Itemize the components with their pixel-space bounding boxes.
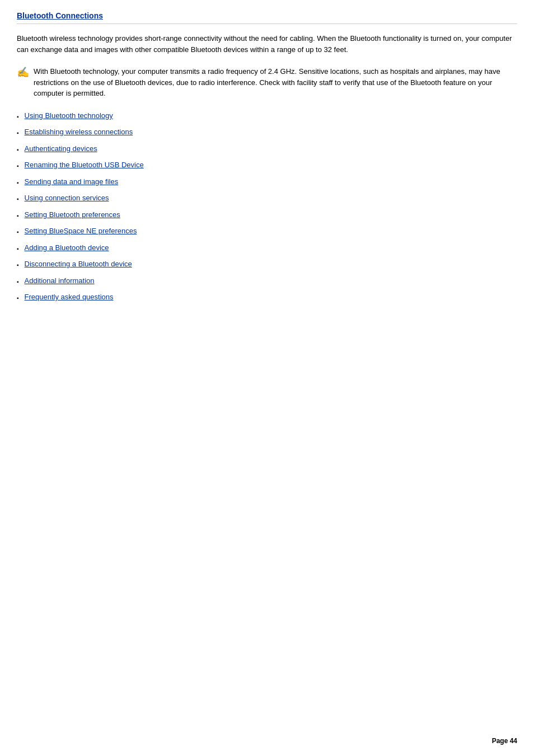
- bullet-icon: ▪: [17, 261, 19, 269]
- link-7[interactable]: Setting BlueSpace NE preferences: [25, 226, 137, 237]
- intro-paragraph: Bluetooth wireless technology provides s…: [17, 33, 517, 55]
- link-3[interactable]: Renaming the Bluetooth USB Device: [25, 159, 144, 171]
- list-item: ▪Authenticating devices: [17, 143, 517, 154]
- link-4[interactable]: Sending data and image files: [25, 176, 119, 187]
- link-list: ▪Using Bluetooth technology▪Establishing…: [17, 110, 517, 303]
- note-icon: ✍: [17, 65, 29, 80]
- bullet-icon: ▪: [17, 294, 19, 302]
- bullet-icon: ▪: [17, 245, 19, 253]
- list-item: ▪Using connection services: [17, 192, 517, 204]
- bullet-icon: ▪: [17, 162, 19, 170]
- bullet-icon: ▪: [17, 195, 19, 203]
- bullet-icon: ▪: [17, 228, 19, 236]
- link-11[interactable]: Frequently asked questions: [25, 292, 114, 303]
- list-item: ▪Using Bluetooth technology: [17, 110, 517, 121]
- page-number: Page 44: [492, 737, 517, 745]
- list-item: ▪Additional information: [17, 275, 517, 287]
- list-item: ▪Adding a Bluetooth device: [17, 242, 517, 253]
- bullet-icon: ▪: [17, 112, 19, 121]
- page-title: Bluetooth Connections: [17, 11, 517, 24]
- bullet-icon: ▪: [17, 278, 19, 286]
- bullet-icon: ▪: [17, 129, 19, 137]
- link-0[interactable]: Using Bluetooth technology: [25, 110, 113, 121]
- bullet-icon: ▪: [17, 145, 19, 154]
- link-5[interactable]: Using connection services: [25, 192, 109, 204]
- list-item: ▪Sending data and image files: [17, 176, 517, 187]
- link-8[interactable]: Adding a Bluetooth device: [25, 242, 109, 253]
- list-item: ▪Renaming the Bluetooth USB Device: [17, 159, 517, 171]
- page-container: Bluetooth Connections Bluetooth wireless…: [0, 0, 534, 331]
- link-10[interactable]: Additional information: [25, 275, 95, 287]
- link-1[interactable]: Establishing wireless connections: [25, 126, 133, 138]
- link-6[interactable]: Setting Bluetooth preferences: [25, 209, 120, 220]
- bullet-icon: ▪: [17, 179, 19, 187]
- list-item: ▪Frequently asked questions: [17, 292, 517, 303]
- link-2[interactable]: Authenticating devices: [25, 143, 97, 154]
- bullet-icon: ▪: [17, 212, 19, 220]
- note-text: With Bluetooth technology, your computer…: [34, 66, 517, 99]
- list-item: ▪Setting BlueSpace NE preferences: [17, 226, 517, 237]
- list-item: ▪Establishing wireless connections: [17, 126, 517, 138]
- link-9[interactable]: Disconnecting a Bluetooth device: [25, 259, 132, 270]
- list-item: ▪Disconnecting a Bluetooth device: [17, 259, 517, 270]
- list-item: ▪Setting Bluetooth preferences: [17, 209, 517, 220]
- note-box: ✍ With Bluetooth technology, your comput…: [17, 66, 517, 99]
